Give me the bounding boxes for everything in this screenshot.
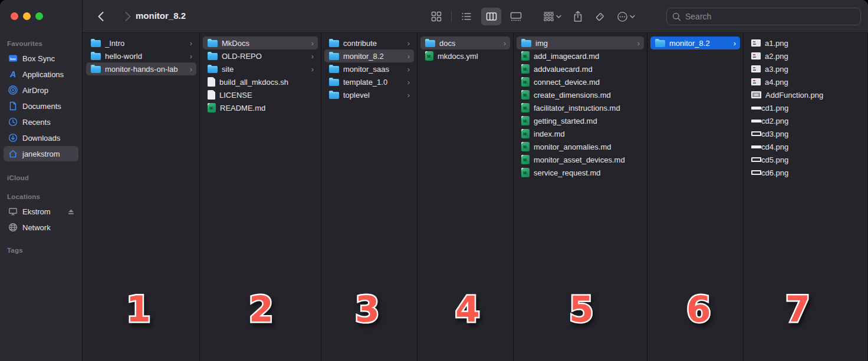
chevron-right-icon: › xyxy=(186,52,192,60)
file-row[interactable]: create_dimensions.md xyxy=(517,88,644,101)
file-row-selected[interactable]: img› xyxy=(517,37,644,49)
file-row[interactable]: a3.png xyxy=(747,62,864,75)
sidebar-item-ekstrom[interactable]: Ekstrom xyxy=(4,204,78,219)
annotation-number-6: 6 xyxy=(686,292,711,327)
file-row-selected[interactable]: docs› xyxy=(420,37,510,49)
markdown-icon xyxy=(521,103,530,112)
file-row[interactable]: cd2.png xyxy=(747,114,864,127)
folder-icon xyxy=(208,40,218,47)
sidebar-item-network[interactable]: Network xyxy=(4,220,78,235)
file-row[interactable]: monitor_asset_devices.md xyxy=(517,153,644,166)
more-button[interactable] xyxy=(613,8,639,25)
sidebar-item-downloads[interactable]: Downloads xyxy=(4,130,78,145)
titlebar: monitor_8.2 xyxy=(83,0,868,33)
file-row[interactable]: AddFunction.png xyxy=(747,88,864,101)
folder-icon xyxy=(208,66,218,73)
group-button[interactable] xyxy=(540,8,565,25)
file-row[interactable]: index.md xyxy=(517,127,644,140)
forward-button[interactable] xyxy=(120,8,136,25)
back-button[interactable] xyxy=(93,8,108,25)
file-row[interactable]: template_1.0› xyxy=(324,75,414,88)
sidebar-item-label: Documents xyxy=(22,102,61,111)
sidebar-item-airdrop[interactable]: AirDrop xyxy=(4,82,78,98)
list-view-button[interactable] xyxy=(456,8,476,25)
file-row[interactable]: cd5.png xyxy=(747,153,864,166)
folder-icon xyxy=(91,53,101,60)
file-row[interactable]: a1.png xyxy=(747,37,864,49)
markdown-icon xyxy=(425,51,433,61)
search-icon xyxy=(672,12,681,21)
sidebar-section-icloud: iCloud xyxy=(0,174,82,181)
annotation-number-4: 4 xyxy=(455,292,480,327)
file-row[interactable]: mkdocs.yml xyxy=(420,49,510,62)
chevron-right-icon: › xyxy=(186,65,192,73)
sidebar-item-janekstrom[interactable]: janekstrom xyxy=(4,146,78,161)
sidebar-item-box-sync[interactable]: box Box Sync xyxy=(4,51,78,66)
image-bar-icon xyxy=(751,145,761,148)
sidebar-section-tags: Tags xyxy=(0,247,82,254)
sidebar-item-label: Downloads xyxy=(22,134,60,143)
folder-icon xyxy=(425,40,435,47)
image-bar-outline-icon xyxy=(751,157,761,162)
grid-view-button[interactable] xyxy=(426,8,446,25)
window-title: monitor_8.2 xyxy=(136,11,186,21)
file-row[interactable]: monitor_anomalies.md xyxy=(517,140,644,153)
file-row[interactable]: facilitator_instructions.md xyxy=(517,101,644,114)
box-sync-icon: box xyxy=(7,54,19,63)
sidebar-item-label: AirDrop xyxy=(22,86,48,95)
sidebar-item-label: Network xyxy=(22,223,51,232)
sidebar-section-locations: Locations xyxy=(0,193,82,200)
sidebar-item-documents[interactable]: Documents xyxy=(4,98,78,114)
file-row-selected[interactable]: monitor_8.2› xyxy=(324,49,414,62)
tags-button[interactable] xyxy=(591,8,609,25)
chevron-right-icon: › xyxy=(404,78,410,86)
minimize-window-button[interactable] xyxy=(23,12,31,20)
eject-icon[interactable] xyxy=(67,208,75,216)
file-row[interactable]: contribute› xyxy=(324,37,414,49)
gallery-view-button[interactable] xyxy=(506,8,526,25)
file-row[interactable]: toplevel› xyxy=(324,88,414,101)
chevron-right-icon: › xyxy=(730,39,736,47)
markdown-icon xyxy=(521,142,530,151)
sidebar-item-recents[interactable]: Recents xyxy=(4,114,78,130)
folder-icon xyxy=(521,40,531,47)
file-row[interactable]: build_all_mkdocs.sh xyxy=(203,75,318,88)
file-row[interactable]: a4.png xyxy=(747,75,864,88)
file-row[interactable]: README.md xyxy=(203,101,318,114)
downloads-icon xyxy=(7,133,19,143)
file-row[interactable]: hello-world› xyxy=(86,49,196,62)
file-row[interactable]: cd3.png xyxy=(747,127,864,140)
file-row[interactable]: service_request.md xyxy=(517,166,644,179)
file-row[interactable]: _Intro› xyxy=(86,37,196,49)
file-row[interactable]: site› xyxy=(203,62,318,75)
markdown-icon xyxy=(521,129,530,138)
search-input[interactable] xyxy=(685,12,855,21)
file-row-selected[interactable]: MkDocs› xyxy=(203,37,318,49)
file-row[interactable]: addvaluecard.md xyxy=(517,62,644,75)
file-row[interactable]: LICENSE xyxy=(203,88,318,101)
search-field[interactable] xyxy=(666,8,861,25)
column-view-button[interactable] xyxy=(481,8,501,25)
file-row-selected[interactable]: monitor-hands-on-lab› xyxy=(86,62,196,75)
close-window-button[interactable] xyxy=(11,12,18,20)
image-bar-outline-icon xyxy=(751,170,761,175)
file-row[interactable]: cd4.png xyxy=(747,140,864,153)
sidebar: Favourites box Box Sync A Applications A… xyxy=(0,0,83,361)
share-button[interactable] xyxy=(569,8,587,25)
sidebar-item-label: Box Sync xyxy=(22,54,55,63)
svg-text:box: box xyxy=(10,57,17,61)
file-row[interactable]: getting_started.md xyxy=(517,114,644,127)
chevron-right-icon: › xyxy=(308,65,314,73)
file-row[interactable]: OLD-REPO› xyxy=(203,49,318,62)
file-row[interactable]: cd6.png xyxy=(747,166,864,179)
file-row[interactable]: cd1.png xyxy=(747,101,864,114)
zoom-window-button[interactable] xyxy=(35,12,43,20)
file-row[interactable]: connect_device.md xyxy=(517,75,644,88)
home-icon xyxy=(7,149,19,158)
sidebar-item-applications[interactable]: A Applications xyxy=(4,67,78,82)
file-row[interactable]: a2.png xyxy=(747,49,864,62)
file-row[interactable]: monitor_saas› xyxy=(324,62,414,75)
file-row-selected-active[interactable]: monitor_8.2› xyxy=(650,37,740,49)
file-row[interactable]: add_imagecard.md xyxy=(517,49,644,62)
folder-icon xyxy=(91,66,101,73)
